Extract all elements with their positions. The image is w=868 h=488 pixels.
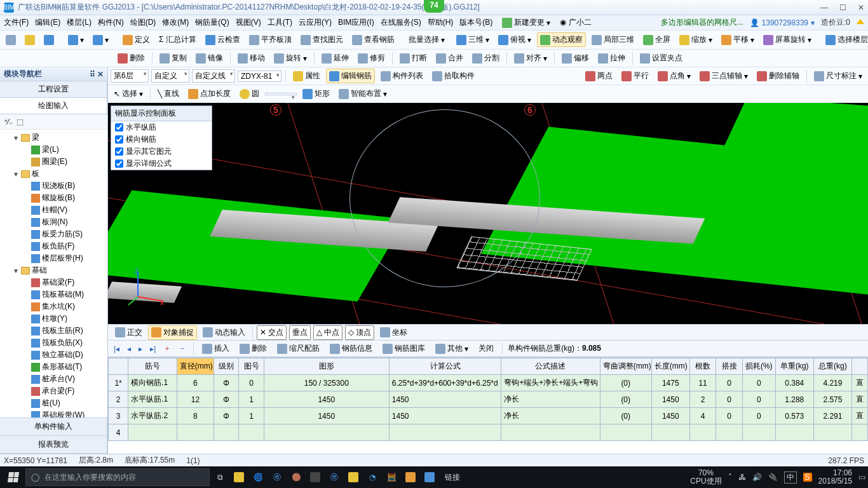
tree-node[interactable]: ▾梁 — [1, 132, 106, 144]
account-label[interactable]: 👤13907298339 ▾ — [750, 18, 815, 27]
redo-button[interactable]: ▾ — [90, 33, 112, 47]
table-row[interactable]: 4 — [109, 424, 868, 441]
menu-modify[interactable]: 修改(M) — [162, 17, 189, 28]
task-view-icon[interactable]: ⧉ — [211, 468, 229, 486]
taskbar-search[interactable]: ◯ 在这里输入你要搜索的内容 — [25, 468, 210, 486]
table-row[interactable]: 1*横向钢筋.16Φ0150 / 3253006.25*d+39*d+600+3… — [109, 375, 868, 391]
rebar-info-button[interactable]: 钢筋信息 — [327, 341, 376, 356]
nav-add[interactable]: ＋ — [161, 343, 173, 354]
rebar-lib-button[interactable]: 钢筋图库 — [379, 341, 428, 356]
type-select[interactable]: 自定义线 — [192, 69, 235, 83]
mirror-button[interactable]: 镜像 — [193, 51, 226, 65]
tree-node[interactable]: 基础板带(W) — [1, 409, 106, 417]
snap-apex[interactable]: ◇ 顶点 — [345, 325, 374, 340]
task-app-7[interactable] — [402, 468, 419, 486]
rebar-table-wrap[interactable]: 筋号直径(mm)级别图号图形计算公式公式描述弯曲调整(mm)长度(mm)根数搭接… — [108, 357, 868, 454]
tree-node[interactable]: 板受力筋(S) — [1, 228, 106, 240]
col-header[interactable] — [109, 358, 128, 375]
maximize-icon[interactable]: ☐ — [839, 3, 846, 12]
table-row[interactable]: 2水平纵筋.112Φ114501450净长(0)14502001.2882.57… — [109, 391, 868, 408]
save-button[interactable] — [41, 33, 57, 47]
tray-volume-icon[interactable]: 🔊 — [752, 473, 762, 482]
tree-node[interactable]: 现浇板(B) — [1, 180, 106, 192]
menu-view[interactable]: 视图(V) — [236, 17, 261, 28]
merge-button[interactable]: 合并 — [433, 51, 466, 65]
tree-node[interactable]: ▾板 — [1, 168, 106, 180]
col-header[interactable]: 级别 — [214, 358, 238, 375]
zoom-button[interactable]: 缩放 ▾ — [676, 32, 715, 47]
trim-button[interactable]: 修剪 — [355, 51, 388, 65]
nav-first[interactable]: |◂ — [112, 344, 121, 353]
tab-draw-input[interactable]: 绘图输入 — [0, 98, 107, 114]
col-header[interactable]: 长度(mm) — [651, 358, 689, 375]
rebar-table[interactable]: 筋号直径(mm)级别图号图形计算公式公式描述弯曲调整(mm)长度(mm)根数搭接… — [108, 358, 868, 441]
opt-show-formula[interactable]: 显示详细公式 — [111, 158, 212, 170]
menu-cloud[interactable]: 云应用(Y) — [299, 17, 332, 28]
minimize-icon[interactable]: ― — [820, 3, 828, 12]
tree-tool-icon[interactable]: ⬚ — [17, 118, 24, 126]
col-header[interactable]: 搭接 — [716, 358, 742, 375]
tree-node[interactable]: 梁(L) — [1, 144, 106, 156]
snap-coord[interactable]: 坐标 — [377, 325, 410, 340]
col-header[interactable]: 弯曲调整(mm) — [600, 358, 651, 375]
opt-transverse[interactable]: 横向钢筋 — [111, 133, 212, 146]
col-header[interactable]: 损耗(%) — [742, 358, 775, 375]
rebar-display-panel[interactable]: 钢筋显示控制面板 水平纵筋 横向钢筋 显示其它图元 显示详细公式 — [111, 105, 212, 170]
copy-button[interactable]: 复制 — [156, 51, 190, 65]
component-list-button[interactable]: 构件列表 — [377, 69, 426, 83]
tree-node[interactable]: 柱帽(V) — [1, 204, 106, 216]
menu-online[interactable]: 在线服务(S) — [381, 17, 421, 28]
snap-midpoint[interactable]: △ 中点 — [313, 325, 342, 340]
menu-component[interactable]: 构件(N) — [98, 17, 124, 28]
col-header[interactable]: 直径(mm) — [177, 358, 214, 375]
find-element-button[interactable]: 查找图元 — [297, 32, 346, 47]
draw-mode-select[interactable] — [265, 93, 297, 95]
rotate-button[interactable]: 旋转 ▾ — [271, 51, 310, 65]
opt-horizontal[interactable]: 水平纵筋 — [111, 121, 212, 133]
offset-button[interactable]: 偏移 — [559, 51, 592, 65]
orbit-button[interactable]: 动态观察 — [537, 32, 586, 47]
tree-node[interactable]: 桩(U) — [1, 397, 106, 409]
flat-top-button[interactable]: 平齐板顶 — [246, 32, 295, 47]
three-point-aux-button[interactable]: 三点辅轴 ▾ — [696, 69, 751, 83]
tab-project-settings[interactable]: 工程设置 — [0, 81, 107, 97]
view-rebar-button[interactable]: 查看钢筋 — [349, 32, 398, 47]
local-3d-button[interactable]: 局部三维 — [588, 32, 637, 47]
menu-rebar[interactable]: 钢筋量(Q) — [195, 17, 229, 28]
windows-taskbar[interactable]: ◯ 在这里输入你要搜索的内容 ⧉ 🌀 ⓔ 🟤 ⓔ ◔ 🧮 链接 70%CPU使用… — [0, 466, 868, 488]
delete-aux-button[interactable]: 删除辅轴 — [754, 69, 803, 83]
new-button[interactable] — [3, 33, 19, 47]
cloud-check-button[interactable]: 云检查 — [202, 32, 243, 47]
viewport-3d[interactable]: 5 6 z x 钢筋显示控制面板 水平纵筋 横向钢筋 — [108, 103, 868, 324]
opt-show-others[interactable]: 显示其它图元 — [111, 146, 212, 158]
task-ie[interactable]: ⓔ — [325, 468, 343, 486]
other-button[interactable]: 其他 ▾ — [432, 341, 471, 356]
menu-bim[interactable]: BIM应用(I) — [338, 17, 374, 28]
delete-button[interactable]: 删除 — [114, 51, 148, 65]
nav-prev[interactable]: ◂ — [125, 344, 133, 353]
pick-component-button[interactable]: 拾取构件 — [429, 69, 478, 83]
category-select[interactable]: 自定义 — [151, 69, 189, 83]
expand-icon[interactable]: ⁺⁄₋ — [4, 118, 13, 126]
task-current-app[interactable] — [421, 468, 438, 486]
col-header[interactable]: 总重(kg) — [813, 358, 851, 375]
task-app-5[interactable]: ◔ — [363, 468, 381, 486]
tree-node[interactable]: 楼层板带(H) — [1, 252, 106, 264]
tab-report-preview[interactable]: 报表预览 — [0, 436, 107, 453]
menu-floor[interactable]: 楼层(L) — [67, 17, 92, 28]
tab-single-input[interactable]: 单构件输入 — [0, 418, 107, 435]
table-row[interactable]: 3水平纵筋.28Φ114501450净长(0)14504000.5732.291… — [109, 408, 868, 424]
col-header[interactable]: 图形 — [264, 358, 389, 375]
menu-help[interactable]: 帮助(H) — [428, 17, 454, 28]
component-tree[interactable]: ▾梁梁(L)圈梁(E)▾板现浇板(B)螺旋板(B)柱帽(V)板洞(N)板受力筋(… — [0, 130, 107, 417]
edit-rebar-button[interactable]: 编辑钢筋 — [326, 69, 375, 83]
tree-node[interactable]: 柱墩(Y) — [1, 313, 106, 325]
col-header[interactable]: 公式描述 — [501, 358, 600, 375]
point-angle-button[interactable]: 点角 ▾ — [654, 69, 694, 83]
system-tray[interactable]: 70%CPU使用 ˄ 🖧 🔊 🔌 中 S 17:062018/5/15 ▭ — [690, 469, 865, 485]
task-app-6[interactable]: 🧮 — [383, 468, 400, 486]
task-app-2[interactable]: 🌀 — [249, 468, 267, 486]
tree-node[interactable]: 圈梁(E) — [1, 156, 106, 168]
tree-node[interactable]: 集水坑(K) — [1, 301, 106, 313]
break-button[interactable]: 打断 — [397, 51, 430, 65]
